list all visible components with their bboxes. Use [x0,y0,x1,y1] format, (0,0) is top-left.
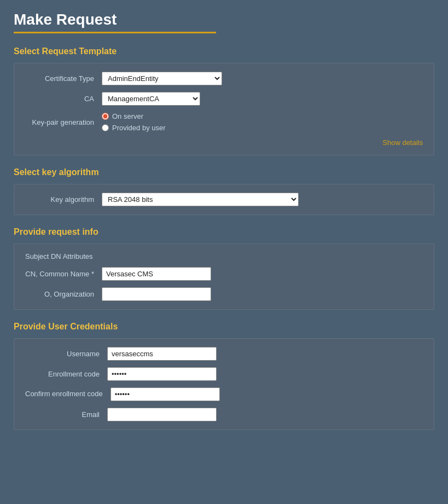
email-label: Email [25,410,107,419]
email-row: Email [25,408,423,421]
on-server-label: On server [112,112,143,120]
key-algorithm-box: Key algorithm RSA 2048 bits RSA 4096 bit… [14,184,434,215]
username-label: Username [25,350,107,358]
cn-input[interactable] [102,267,211,281]
confirm-enrollment-input[interactable] [110,387,220,401]
cn-row: CN, Common Name * [25,267,423,281]
provided-by-user-radio-label[interactable]: Provided by user [102,124,166,132]
certificate-type-row: Certificate Type AdminEndEntity EndEntit… [25,72,423,85]
keypair-row: Key-pair generation On server Provided b… [25,112,423,132]
org-label: O, Organization [25,290,102,298]
keypair-label: Key-pair generation [25,118,102,126]
enrollment-input[interactable] [107,367,217,381]
key-algorithm-row: Key algorithm RSA 2048 bits RSA 4096 bit… [25,193,423,206]
keypair-radio-group: On server Provided by user [102,112,166,132]
page-title: Make Request [14,11,434,28]
section-header-request-template: Select Request Template [14,44,434,59]
username-row: Username [25,347,423,361]
key-algorithm-label: Key algorithm [25,195,102,204]
enrollment-row: Enrollment code [25,367,423,381]
show-details-link[interactable]: Show details [382,138,423,147]
email-input[interactable] [107,408,217,421]
on-server-radio-label[interactable]: On server [102,112,166,120]
credentials-box: Username Enrollment code Confirm enrollm… [14,338,434,430]
ca-select[interactable]: ManagementCA RootCA [102,92,200,106]
cn-label: CN, Common Name * [25,270,102,278]
title-underline [14,32,216,33]
section-header-key-algorithm: Select key algorithm [14,165,434,179]
ca-row: CA ManagementCA RootCA [25,92,423,106]
username-input[interactable] [107,347,217,361]
confirm-enrollment-label: Confirm enrollment code [25,390,110,399]
section-header-request-info: Provide request info [14,225,434,239]
org-input[interactable] [102,287,211,301]
confirm-enrollment-row: Confirm enrollment code [25,387,423,401]
provided-by-user-radio[interactable] [102,124,109,131]
provided-by-user-label: Provided by user [112,124,166,132]
section-header-credentials: Provide User Credentials [14,320,434,334]
org-row: O, Organization [25,287,423,301]
enrollment-label: Enrollment code [25,370,107,378]
show-details-row: Show details [25,138,423,147]
request-info-box: Subject DN Attributes CN, Common Name * … [14,244,434,310]
certificate-type-select[interactable]: AdminEndEntity EndEntity ServerCert [102,72,222,85]
page-wrapper: Make Request Select Request Template Cer… [0,0,448,451]
key-algorithm-select[interactable]: RSA 2048 bits RSA 4096 bits ECDSA 256 bi… [102,193,299,206]
request-template-box: Certificate Type AdminEndEntity EndEntit… [14,63,434,155]
on-server-radio[interactable] [102,113,109,120]
subject-dn-label: Subject DN Attributes [25,252,423,260]
ca-label: CA [25,95,102,103]
certificate-type-label: Certificate Type [25,74,102,83]
